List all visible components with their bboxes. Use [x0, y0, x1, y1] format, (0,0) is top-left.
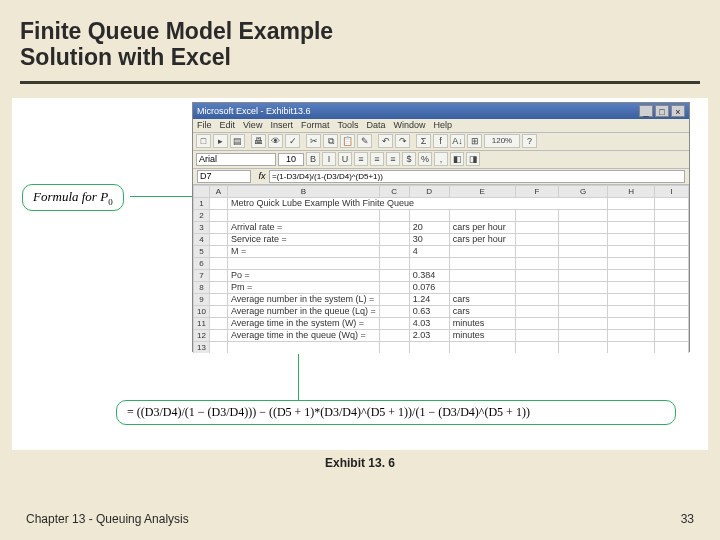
row-header[interactable]: 4 [194, 233, 210, 245]
bold-icon[interactable]: B [306, 152, 320, 166]
underline-icon[interactable]: U [338, 152, 352, 166]
cell[interactable]: 1.24 [409, 293, 449, 305]
cell[interactable]: cars [449, 305, 515, 317]
comma-icon[interactable]: ‚ [434, 152, 448, 166]
col-header-i[interactable]: I [655, 185, 689, 197]
col-header-f[interactable]: F [515, 185, 559, 197]
cell[interactable]: Average time in the queue (Wq) = [228, 329, 380, 341]
menu-insert[interactable]: Insert [270, 120, 293, 130]
cell[interactable]: Service rate = [228, 233, 380, 245]
selected-cell[interactable]: 0.384 [409, 269, 449, 281]
col-header-g[interactable]: G [559, 185, 608, 197]
tb-undo-icon[interactable]: ↶ [378, 134, 393, 148]
cell[interactable]: Average time in the system (W) = [228, 317, 380, 329]
menu-data[interactable]: Data [366, 120, 385, 130]
menu-window[interactable]: Window [393, 120, 425, 130]
tb-paste-icon[interactable]: 📋 [340, 134, 355, 148]
italic-icon[interactable]: I [322, 152, 336, 166]
spreadsheet-grid[interactable]: A B C D E F G H I 1Metro Quick Lube Exam… [193, 185, 689, 353]
row-header[interactable]: 3 [194, 221, 210, 233]
tb-copy-icon[interactable]: ⧉ [323, 134, 338, 148]
menu-help[interactable]: Help [433, 120, 452, 130]
cell[interactable]: Average number in the queue (Lq) = [228, 305, 380, 317]
row-header[interactable]: 11 [194, 317, 210, 329]
callout-p0-prefix: Formula for [33, 189, 100, 204]
tb-spell-icon[interactable]: ✓ [285, 134, 300, 148]
cell[interactable]: minutes [449, 329, 515, 341]
align-center-icon[interactable]: ≡ [370, 152, 384, 166]
col-header-a[interactable]: A [210, 185, 228, 197]
window-max-button[interactable]: □ [655, 105, 669, 117]
percent-icon[interactable]: % [418, 152, 432, 166]
tb-save-icon[interactable]: ▤ [230, 134, 245, 148]
increase-indent-icon[interactable]: ◨ [466, 152, 480, 166]
cell[interactable]: 0.076 [409, 281, 449, 293]
tb-zoom[interactable]: 120% [484, 134, 520, 148]
menu-format[interactable]: Format [301, 120, 330, 130]
cell[interactable]: Arrival rate = [228, 221, 380, 233]
tb-help-icon[interactable]: ? [522, 134, 537, 148]
tb-fx-icon[interactable]: f [433, 134, 448, 148]
col-header-d[interactable]: D [409, 185, 449, 197]
tb-sort-icon[interactable]: A↓ [450, 134, 465, 148]
window-close-button[interactable]: × [671, 105, 685, 117]
cell[interactable]: minutes [449, 317, 515, 329]
tb-cut-icon[interactable]: ✂ [306, 134, 321, 148]
font-size-box[interactable]: 10 [278, 153, 304, 166]
table-row: 11Average time in the system (W) =4.03mi… [194, 317, 689, 329]
currency-icon[interactable]: $ [402, 152, 416, 166]
row-header[interactable]: 13 [194, 341, 210, 353]
row-header[interactable]: 5 [194, 245, 210, 257]
menu-view[interactable]: View [243, 120, 262, 130]
cell[interactable]: 2.03 [409, 329, 449, 341]
menu-edit[interactable]: Edit [220, 120, 236, 130]
tb-open-icon[interactable]: ▸ [213, 134, 228, 148]
table-row: 9Average number in the system (L) =1.24c… [194, 293, 689, 305]
align-left-icon[interactable]: ≡ [354, 152, 368, 166]
window-min-button[interactable]: _ [639, 105, 653, 117]
formula-row: D7 fx =(1-D3/D4)/(1-(D3/D4)^(D5+1)) [193, 169, 689, 185]
cell[interactable]: cars per hour [449, 221, 515, 233]
menu-file[interactable]: File [197, 120, 212, 130]
decrease-indent-icon[interactable]: ◧ [450, 152, 464, 166]
cell[interactable]: 0.63 [409, 305, 449, 317]
col-header-e[interactable]: E [449, 185, 515, 197]
col-header-b[interactable]: B [228, 185, 380, 197]
cell[interactable]: 30 [409, 233, 449, 245]
cell[interactable]: Average number in the system (L) = [228, 293, 380, 305]
row-header[interactable]: 8 [194, 281, 210, 293]
cell[interactable]: Pm = [228, 281, 380, 293]
cell[interactable]: M = [228, 245, 380, 257]
callout-line-formula [298, 354, 299, 401]
tb-chart-icon[interactable]: ⊞ [467, 134, 482, 148]
col-header-h[interactable]: H [608, 185, 655, 197]
cell[interactable]: 20 [409, 221, 449, 233]
row-header[interactable]: 12 [194, 329, 210, 341]
row-header[interactable]: 7 [194, 269, 210, 281]
cell[interactable]: cars per hour [449, 233, 515, 245]
col-header-c[interactable]: C [379, 185, 409, 197]
cell[interactable]: 4 [409, 245, 449, 257]
row-header[interactable]: 2 [194, 209, 210, 221]
font-name-box[interactable]: Arial [196, 153, 276, 166]
cell[interactable]: Po = [228, 269, 380, 281]
row-header[interactable]: 10 [194, 305, 210, 317]
cell[interactable]: 4.03 [409, 317, 449, 329]
tb-preview-icon[interactable]: 👁 [268, 134, 283, 148]
menu-tools[interactable]: Tools [337, 120, 358, 130]
callout-p0-var: P [100, 189, 108, 204]
row-header[interactable]: 1 [194, 197, 210, 209]
formula-bar[interactable]: =(1-D3/D4)/(1-(D3/D4)^(D5+1)) [269, 170, 685, 183]
tb-format-painter-icon[interactable]: ✎ [357, 134, 372, 148]
tb-new-icon[interactable]: □ [196, 134, 211, 148]
tb-print-icon[interactable]: 🖶 [251, 134, 266, 148]
row-header[interactable]: 6 [194, 257, 210, 269]
align-right-icon[interactable]: ≡ [386, 152, 400, 166]
row-header[interactable]: 9 [194, 293, 210, 305]
cell[interactable]: cars [449, 293, 515, 305]
tb-redo-icon[interactable]: ↷ [395, 134, 410, 148]
cell[interactable]: Metro Quick Lube Example With Finite Que… [228, 197, 608, 209]
tb-sum-icon[interactable]: Σ [416, 134, 431, 148]
select-all[interactable] [194, 185, 210, 197]
name-box[interactable]: D7 [197, 170, 251, 183]
